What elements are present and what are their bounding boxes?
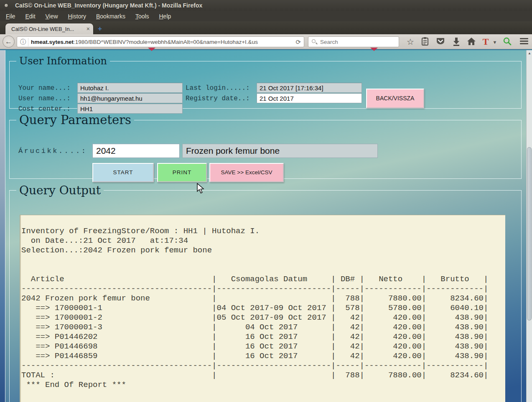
menubar: File Edit View History Bookmarks Tools H… <box>0 11 532 21</box>
your-name-label: Your name...: <box>18 84 71 92</box>
last-login-label: Last login.....: <box>186 84 250 92</box>
article-description-field[interactable] <box>182 144 378 158</box>
arucikk-label: Árucikk....: <box>18 147 87 155</box>
url-domain: hmeat.sytes.net <box>31 39 74 45</box>
registry-date-label: Registry date..: <box>186 95 250 102</box>
cost-center-field[interactable] <box>77 104 183 114</box>
vertical-scrollbar[interactable]: ▲ <box>526 50 532 402</box>
menu-history[interactable]: History <box>66 13 89 20</box>
report-panel: Inventory of FreezingStore/Room : HH1 | … <box>20 215 505 402</box>
query-parameters-legend: Query Parameters <box>16 113 134 127</box>
url-path: :1980/BBD^WEBINV?module=webhh&MainAlt=00… <box>74 39 258 45</box>
active-tab[interactable]: CaIS© On-Line WEB_In... × <box>5 23 94 34</box>
user-name-field[interactable] <box>77 93 183 103</box>
firefox-window: CaIS© On-Line WEB_Inventory (Hungary Mea… <box>0 0 532 402</box>
menu-tools[interactable]: Tools <box>133 13 152 20</box>
menu-hamburger-icon[interactable] <box>519 37 529 47</box>
menu-help[interactable]: Help <box>156 13 173 20</box>
start-button[interactable]: START <box>92 163 154 182</box>
your-name-field[interactable] <box>77 83 183 93</box>
menu-edit[interactable]: Edit <box>23 13 38 20</box>
scrollbar-thumb[interactable] <box>527 147 532 321</box>
save-excel-csv-button[interactable]: SAVE >> Excel/CSV <box>209 163 284 182</box>
back-vissza-button[interactable]: BACK/VISSZA <box>366 89 424 108</box>
registry-date-field[interactable] <box>257 93 362 103</box>
last-login-field[interactable] <box>257 83 362 93</box>
query-parameters-section: Query Parameters Árucikk....: START PRIN… <box>9 113 522 179</box>
query-output-section: Query Output Inventory of FreezingStore/… <box>9 183 522 402</box>
menu-view[interactable]: View <box>43 13 61 20</box>
navigation-toolbar: ← ⓘ hmeat.sytes.net:1980/BBD^WEBINV?modu… <box>0 34 532 49</box>
window-title: CaIS© On-Line WEB_Inventory (Hungary Mea… <box>15 2 202 9</box>
menu-file[interactable]: File <box>3 13 18 20</box>
tab-bar: CaIS© On-Line WEB_In... × + <box>0 21 532 34</box>
bookmarks-clipboard-icon[interactable] <box>420 37 430 47</box>
download-icon[interactable] <box>451 37 461 47</box>
tab-close-icon[interactable]: × <box>87 25 90 32</box>
red-marker-icon <box>148 48 155 51</box>
print-button[interactable]: PRINT <box>157 163 207 182</box>
bookmark-star-icon[interactable]: ☆ <box>405 37 415 47</box>
mouse-cursor-icon <box>196 183 205 194</box>
back-button[interactable]: ← <box>3 36 15 48</box>
user-information-legend: User Information <box>16 55 110 67</box>
url-text: hmeat.sytes.net:1980/BBD^WEBINV?module=w… <box>31 39 290 45</box>
window-control-button[interactable] <box>4 3 8 8</box>
query-output-legend: Query Output <box>16 183 104 197</box>
new-tab-button[interactable]: + <box>98 25 102 33</box>
tab-title: CaIS© On-Line WEB_In... <box>11 26 74 32</box>
site-info-icon[interactable]: ⓘ <box>20 38 26 46</box>
url-divider <box>28 38 28 46</box>
home-icon[interactable] <box>466 37 476 47</box>
article-code-input[interactable] <box>92 144 180 158</box>
user-information-section: User Information Your name...: User name… <box>9 55 522 109</box>
search-icon <box>312 39 316 43</box>
scrollbar-up-icon[interactable]: ▲ <box>528 51 531 55</box>
window-titlebar: CaIS© On-Line WEB_Inventory (Hungary Mea… <box>0 0 532 11</box>
inventory-report-text: Inventory of FreezingStore/Room : HH1 | … <box>20 215 505 392</box>
page-left-margin <box>0 50 5 402</box>
user-name-label: User name...: <box>18 95 71 102</box>
menu-bookmarks[interactable]: Bookmarks <box>94 13 128 20</box>
zoom-extension-icon[interactable] <box>502 37 512 47</box>
pocket-icon[interactable] <box>435 37 445 47</box>
chevron-down-icon[interactable]: ▼ <box>492 37 498 47</box>
url-bar[interactable]: ⓘ hmeat.sytes.net:1980/BBD^WEBINV?module… <box>17 36 304 47</box>
reload-icon[interactable]: ⟳ <box>295 38 301 46</box>
page-content: User Information Your name...: User name… <box>0 49 532 402</box>
cost-center-label: Cost center.: <box>18 105 71 113</box>
extension-t-icon[interactable]: T <box>481 37 491 47</box>
red-marker-icon <box>370 48 378 51</box>
search-box[interactable] <box>308 36 399 47</box>
search-input[interactable] <box>320 37 395 46</box>
back-icon: ← <box>5 38 12 46</box>
